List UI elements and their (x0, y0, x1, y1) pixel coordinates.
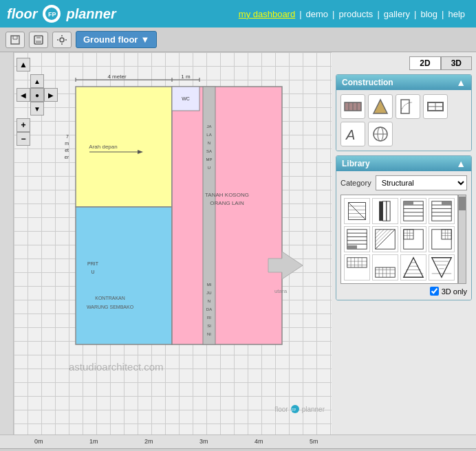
svg-rect-69 (379, 201, 382, 221)
settings-button[interactable] (52, 32, 72, 48)
zoom-in-button[interactable]: + (17, 118, 30, 132)
lib-item-4[interactable] (429, 198, 455, 224)
door-tool[interactable] (396, 94, 420, 119)
nav-dashboard[interactable]: my dashboard (235, 9, 299, 19)
zoom-controls: ▲ ▲ ◀ ● ▶ ▼ + − (17, 58, 58, 146)
svg-marker-54 (374, 100, 387, 113)
svg-text:DA: DA (206, 307, 212, 311)
svg-text:et: et (65, 148, 69, 153)
construction-header: Construction ▲ (336, 75, 471, 90)
main-area: ▲ ▲ ◀ ● ▶ ▼ + − 4 meter (0, 52, 476, 434)
svg-rect-89 (347, 245, 357, 249)
lib-item-5[interactable] (344, 226, 370, 252)
view-3d-button[interactable]: 3D (441, 56, 472, 70)
construction-title: Construction (342, 78, 393, 87)
svg-marker-117 (404, 258, 423, 277)
nav-blog[interactable]: blog (416, 9, 442, 19)
svg-text:m: m (65, 141, 69, 146)
pan-right-button[interactable]: ▶ (44, 88, 58, 102)
nav-help[interactable]: help (444, 9, 469, 19)
library-title: Library (342, 159, 370, 168)
nav-products[interactable]: products (335, 9, 378, 19)
pan-down-button[interactable]: ▼ (30, 102, 44, 116)
3d-only-row: 3D only (340, 287, 467, 296)
pan-left-button[interactable]: ◀ (17, 88, 30, 102)
3d-only-label: 3D only (442, 287, 467, 296)
construction-content: A (336, 90, 471, 151)
svg-rect-55 (401, 100, 409, 113)
object-tool[interactable] (368, 122, 393, 146)
lib-item-11[interactable] (400, 254, 426, 280)
lib-item-12[interactable] (429, 254, 455, 280)
library-scroll (340, 195, 467, 284)
floor-selector-button[interactable]: Ground floor ▼ (76, 31, 157, 48)
svg-text:7: 7 (66, 134, 69, 139)
ruler-3m: 3m (199, 438, 208, 445)
category-select[interactable]: Structural (376, 175, 467, 190)
pan-center-button[interactable]: ● (30, 88, 44, 102)
right-panel: 2D 3D Construction ▲ (332, 52, 476, 434)
svg-rect-2 (11, 36, 19, 44)
canvas-logo: floor FP planner (274, 404, 325, 414)
svg-text:NI: NI (207, 332, 211, 336)
lib-item-10[interactable] (372, 254, 398, 280)
lib-item-8[interactable] (429, 226, 455, 252)
bottom-bar: Comments (0) ≫ Placed objects ≫ (0, 448, 476, 451)
svg-rect-77 (404, 201, 413, 205)
new-button[interactable] (6, 32, 25, 48)
scroll-up-button[interactable]: ▲ (17, 58, 30, 72)
svg-text:SI: SI (207, 324, 211, 328)
svg-text:MP: MP (206, 157, 213, 162)
toolbar: Ground floor ▼ (0, 28, 476, 52)
3d-only-checkbox[interactable] (430, 287, 439, 296)
svg-rect-92 (404, 230, 413, 239)
logo-text-2: planner (66, 6, 116, 22)
category-row: Category Structural (340, 175, 467, 190)
ruler-4m: 4m (255, 438, 263, 445)
bottom-ruler: 0m 1m 2m 3m 4m 5m (0, 434, 476, 448)
svg-rect-5 (36, 41, 41, 44)
svg-rect-15 (76, 207, 172, 344)
floor-button-label: Ground floor (83, 34, 138, 45)
svg-rect-98 (442, 230, 451, 239)
ruler-0m: 0m (34, 438, 43, 445)
nav-gallery[interactable]: gallery (380, 9, 414, 19)
construction-collapse[interactable]: ▲ (456, 77, 466, 88)
library-scrollbar[interactable] (458, 195, 466, 284)
library-content: Category Structural (336, 171, 471, 300)
svg-text:A: A (345, 127, 355, 142)
lib-item-3[interactable] (400, 198, 426, 224)
canvas-area[interactable]: ▲ ▲ ◀ ● ▶ ▼ + − 4 meter (0, 52, 332, 434)
scroll-thumb (459, 197, 466, 210)
wall-tool[interactable] (340, 94, 365, 119)
zoom-out-button[interactable]: − (17, 132, 30, 146)
text-tool[interactable]: A (340, 122, 365, 146)
svg-rect-83 (442, 201, 451, 205)
floor-tool[interactable] (368, 94, 393, 119)
svg-text:N: N (208, 141, 210, 145)
lib-item-1[interactable] (344, 198, 370, 224)
library-panel: Library ▲ Category Structural (336, 155, 472, 300)
lib-item-6[interactable] (372, 226, 398, 252)
svg-text:RI: RI (207, 316, 211, 320)
svg-text:JU: JU (206, 291, 211, 295)
pan-up-button[interactable]: ▲ (30, 74, 44, 88)
construction-panel: Construction ▲ (336, 74, 472, 151)
save-button[interactable] (29, 32, 48, 48)
ruler-2m: 2m (144, 438, 153, 445)
svg-text:WC: WC (182, 96, 190, 101)
library-grid (340, 195, 458, 284)
svg-text:Arah depan: Arah depan (89, 144, 117, 150)
lib-item-2[interactable] (372, 198, 398, 224)
view-toggle: 2D 3D (336, 56, 472, 70)
svg-text:er: er (65, 155, 69, 160)
lib-item-7[interactable] (400, 226, 426, 252)
library-collapse[interactable]: ▲ (456, 158, 466, 169)
svg-marker-122 (432, 258, 451, 277)
window-tool[interactable] (423, 94, 448, 119)
svg-point-6 (60, 38, 64, 42)
nav-demo[interactable]: demo (302, 9, 333, 19)
view-2d-button[interactable]: 2D (409, 56, 440, 70)
lib-item-9[interactable] (344, 254, 370, 280)
svg-rect-4 (36, 36, 41, 38)
